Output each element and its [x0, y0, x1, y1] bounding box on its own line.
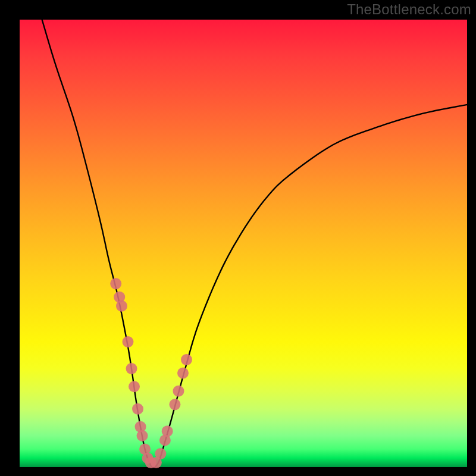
data-point: [132, 403, 143, 415]
data-point: [162, 425, 173, 437]
data-point: [122, 336, 133, 347]
data-point: [137, 430, 148, 441]
data-point: [169, 399, 180, 410]
curve-group: [42, 20, 467, 467]
chart-frame: TheBottleneck.com: [0, 0, 476, 476]
data-point: [110, 278, 121, 289]
watermark-text: TheBottleneck.com: [347, 1, 471, 18]
data-point: [155, 448, 166, 459]
highlight-points-left: [110, 278, 156, 468]
data-point: [173, 386, 184, 397]
data-point: [177, 368, 189, 379]
plot-area: [20, 20, 467, 467]
highlight-points-right: [151, 354, 192, 468]
data-point: [181, 354, 192, 365]
chart-svg: [20, 20, 467, 467]
data-point: [126, 363, 137, 374]
bottleneck-curve: [42, 20, 467, 467]
data-point: [129, 381, 140, 392]
data-point: [116, 300, 127, 312]
